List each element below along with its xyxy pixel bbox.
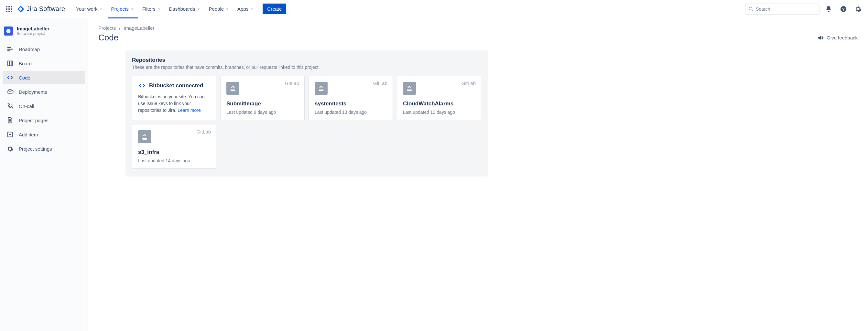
learn-more-link[interactable]: Learn more xyxy=(178,108,201,113)
svg-rect-6 xyxy=(6,11,7,12)
apps-grid-icon xyxy=(6,6,12,12)
sidebar-item-label: Project settings xyxy=(19,146,52,152)
nav-item-label: Filters xyxy=(142,6,156,12)
provider-badge: GitLab xyxy=(197,129,211,134)
svg-rect-5 xyxy=(11,8,12,10)
project-avatar-icon xyxy=(6,28,11,34)
svg-rect-8 xyxy=(11,11,12,12)
project-header[interactable]: ImageLabeller Software project xyxy=(3,26,85,42)
breadcrumb: Projects / ImageLabeller xyxy=(98,25,858,31)
nav-item-projects[interactable]: Projects xyxy=(108,4,137,14)
megaphone-icon xyxy=(817,35,824,41)
ship-icon xyxy=(141,133,149,141)
nav-item-apps[interactable]: Apps xyxy=(234,4,257,14)
ship-icon xyxy=(229,85,237,92)
nav-item-label: Your work xyxy=(76,6,97,12)
settings-icon xyxy=(6,145,13,152)
repo-name: systemtests xyxy=(315,101,387,107)
search-input[interactable] xyxy=(756,6,816,12)
provider-badge: GitLab xyxy=(285,80,299,86)
help-button[interactable]: ? xyxy=(838,3,849,15)
chevron-down-icon xyxy=(225,7,229,11)
gear-icon xyxy=(855,5,862,12)
repo-meta: Last updated 9 days ago xyxy=(226,109,299,115)
project-avatar xyxy=(4,27,13,36)
nav-item-label: Dashboards xyxy=(169,6,195,12)
product-name: Jira Software xyxy=(27,5,65,12)
repo-card[interactable]: GitLabCloudWatchAlarmsLast updated 13 da… xyxy=(397,76,481,120)
repo-meta: Last updated 13 days ago xyxy=(315,109,387,115)
provider-badge: GitLab xyxy=(462,80,476,86)
nav-item-your-work[interactable]: Your work xyxy=(73,4,106,14)
search-icon xyxy=(749,6,753,12)
svg-text:?: ? xyxy=(842,6,845,11)
board-icon xyxy=(6,60,13,67)
deployments-icon xyxy=(6,88,13,95)
sidebar-item-deployments[interactable]: Deployments xyxy=(3,85,85,99)
settings-button[interactable] xyxy=(852,3,864,15)
provider-badge: GitLab xyxy=(373,80,388,86)
sidebar-item-oncall[interactable]: On-call xyxy=(3,99,85,113)
repo-meta: Last updated 14 days ago xyxy=(138,158,210,163)
sidebar-item-add-item[interactable]: Add item xyxy=(3,128,85,141)
top-nav: Jira Software Your workProjectsFiltersDa… xyxy=(0,0,868,18)
page-title: Code xyxy=(98,33,817,43)
project-name: ImageLabeller xyxy=(17,26,50,31)
chevron-down-icon xyxy=(157,7,161,11)
sidebar-item-label: Add item xyxy=(19,132,38,137)
chevron-down-icon xyxy=(250,7,254,11)
sidebar-item-settings[interactable]: Project settings xyxy=(3,142,85,156)
sidebar-item-label: Roadmap xyxy=(19,46,40,52)
repo-icon xyxy=(138,130,151,143)
nav-item-label: Projects xyxy=(111,6,128,12)
repositories-subtitle: These are the repositories that have com… xyxy=(132,65,481,70)
repo-name: SubmitImage xyxy=(226,101,299,107)
repositories-panel: Repositories These are the repositories … xyxy=(125,51,488,176)
repo-name: CloudWatchAlarms xyxy=(403,101,475,107)
repo-icon xyxy=(226,82,239,95)
sidebar-item-project-pages[interactable]: Project pages xyxy=(3,113,85,127)
sidebar-item-label: Code xyxy=(19,75,30,80)
repo-card[interactable]: GitLabsystemtestsLast updated 13 days ag… xyxy=(309,76,393,120)
breadcrumb-separator: / xyxy=(119,25,120,31)
project-type: Software project xyxy=(17,31,50,36)
repo-card[interactable]: GitLabs3_infraLast updated 14 days ago xyxy=(132,124,216,169)
roadmap-icon xyxy=(6,45,13,53)
nav-item-label: People xyxy=(209,6,224,12)
code-icon xyxy=(138,82,146,90)
sidebar-item-label: On-call xyxy=(19,103,34,109)
help-icon: ? xyxy=(840,5,847,12)
sidebar-item-label: Deployments xyxy=(19,89,47,95)
nav-item-dashboards[interactable]: Dashboards xyxy=(166,4,205,14)
sidebar-item-board[interactable]: Board xyxy=(3,57,85,70)
svg-rect-3 xyxy=(6,8,7,10)
sidebar-item-roadmap[interactable]: Roadmap xyxy=(3,42,85,56)
sidebar-item-code[interactable]: Code xyxy=(3,71,85,85)
give-feedback-button[interactable]: Give feedback xyxy=(817,35,858,41)
nav-item-people[interactable]: People xyxy=(205,4,233,14)
jira-logo-icon xyxy=(17,5,25,13)
breadcrumb-root[interactable]: Projects xyxy=(98,25,116,31)
repo-icon xyxy=(315,82,328,95)
search-box[interactable] xyxy=(745,4,819,14)
notifications-button[interactable] xyxy=(823,3,834,15)
main-content: Projects / ImageLabeller Code Give feedb… xyxy=(88,18,868,331)
primary-nav: Your workProjectsFiltersDashboardsPeople… xyxy=(73,4,257,14)
create-button[interactable]: Create xyxy=(262,4,286,14)
chevron-down-icon xyxy=(196,7,201,11)
repo-icon xyxy=(403,82,416,95)
info-card-title: Bitbucket connected xyxy=(149,82,203,89)
repo-card[interactable]: GitLabSubmitImageLast updated 9 days ago xyxy=(220,76,305,120)
chevron-down-icon xyxy=(99,7,103,11)
repositories-title: Repositories xyxy=(132,57,481,63)
breadcrumb-project[interactable]: ImageLabeller xyxy=(124,25,154,31)
ship-icon xyxy=(317,85,325,92)
app-switcher-button[interactable] xyxy=(4,4,14,14)
sidebar-item-label: Board xyxy=(19,61,32,66)
product-logo[interactable]: Jira Software xyxy=(16,5,66,13)
info-card-body: Bitbucket is on your site. You can use i… xyxy=(138,93,210,114)
svg-rect-2 xyxy=(11,6,12,7)
nav-item-filters[interactable]: Filters xyxy=(139,4,165,14)
ship-icon xyxy=(406,85,413,92)
give-feedback-label: Give feedback xyxy=(827,35,858,40)
